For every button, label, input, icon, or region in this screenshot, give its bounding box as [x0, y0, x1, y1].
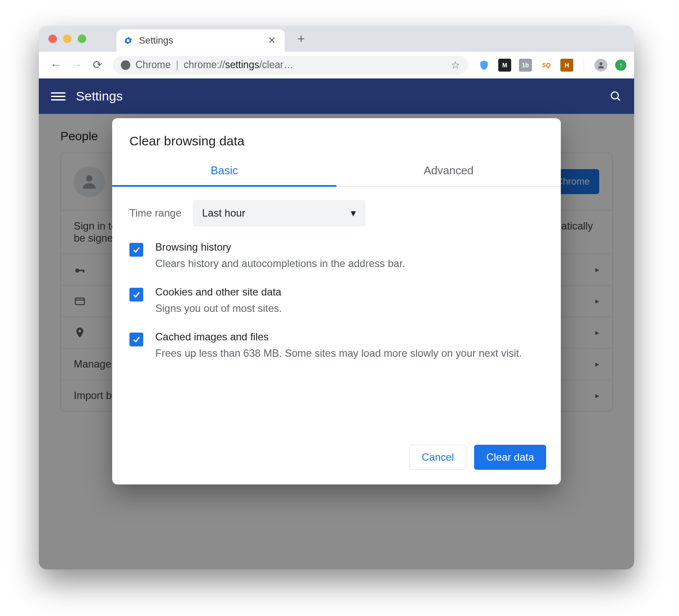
- checkbox-browsing-history[interactable]: [129, 243, 143, 257]
- svg-point-1: [611, 92, 618, 99]
- chevron-down-icon: ▾: [351, 207, 356, 219]
- back-button[interactable]: ←: [47, 58, 66, 72]
- reload-button[interactable]: ⟳: [88, 58, 107, 72]
- update-available-icon[interactable]: ↑: [615, 60, 626, 71]
- minimize-window-button[interactable]: [63, 35, 72, 43]
- option-desc: Signs you out of most sites.: [155, 301, 282, 316]
- tab-title: Settings: [139, 35, 173, 46]
- svg-line-2: [617, 98, 620, 101]
- cancel-button[interactable]: Cancel: [409, 445, 467, 470]
- extensions-row: M 1b SQ H ↑: [474, 59, 626, 72]
- clear-browsing-data-dialog: Clear browsing data Basic Advanced Time …: [112, 118, 561, 484]
- svg-point-0: [600, 62, 603, 65]
- checkbox-cookies[interactable]: [129, 288, 143, 302]
- tab-advanced[interactable]: Advanced: [336, 156, 561, 186]
- new-tab-button[interactable]: +: [292, 31, 310, 46]
- gear-icon: [123, 36, 133, 45]
- clear-data-button[interactable]: Clear data: [474, 445, 546, 470]
- option-browsing-history[interactable]: Browsing history Clears history and auto…: [129, 241, 544, 271]
- browser-window: Settings ✕ + ← → ⟳ Chrome | chrome://set…: [39, 26, 634, 569]
- settings-title: Settings: [76, 89, 123, 104]
- option-cookies[interactable]: Cookies and other site data Signs you ou…: [129, 286, 544, 316]
- dialog-title: Clear browsing data: [112, 118, 561, 156]
- forward-button[interactable]: →: [67, 58, 86, 72]
- option-desc: Frees up less than 638 MB. Some sites ma…: [155, 346, 522, 361]
- profile-avatar-button[interactable]: [594, 59, 607, 72]
- option-title: Cookies and other site data: [155, 286, 282, 298]
- time-range-select[interactable]: Last hour ▾: [193, 200, 365, 226]
- extension-h-icon[interactable]: H: [560, 59, 573, 72]
- url-display: chrome://settings/clear…: [184, 59, 293, 71]
- close-tab-button[interactable]: ✕: [266, 35, 278, 46]
- option-title: Browsing history: [155, 241, 405, 253]
- option-title: Cached images and files: [155, 331, 522, 343]
- bookmark-star-icon[interactable]: ☆: [451, 59, 460, 71]
- zoom-window-button[interactable]: [78, 35, 86, 43]
- time-range-label: Time range: [129, 207, 182, 219]
- extension-m-icon[interactable]: M: [498, 59, 511, 72]
- menu-button[interactable]: [51, 90, 66, 103]
- tab-strip: Settings ✕ +: [39, 26, 634, 52]
- site-identity-icon: [121, 60, 130, 70]
- window-controls: [48, 35, 86, 43]
- close-window-button[interactable]: [48, 35, 57, 43]
- option-cached[interactable]: Cached images and files Frees up less th…: [129, 331, 544, 361]
- address-bar[interactable]: Chrome | chrome://settings/clear… ☆: [113, 56, 468, 75]
- extension-1b-icon[interactable]: 1b: [519, 59, 532, 72]
- settings-header: Settings: [39, 79, 634, 114]
- dialog-body: Time range Last hour ▾ Browsing history …: [112, 187, 561, 380]
- tab-basic[interactable]: Basic: [112, 156, 336, 187]
- search-icon[interactable]: [609, 90, 622, 103]
- checkbox-cached[interactable]: [129, 333, 143, 346]
- option-desc: Clears history and autocompletions in th…: [155, 256, 405, 271]
- product-label: Chrome: [135, 59, 171, 71]
- extension-shield-icon[interactable]: [478, 59, 490, 72]
- browser-tab[interactable]: Settings ✕: [116, 29, 285, 52]
- dialog-tabs: Basic Advanced: [112, 156, 561, 187]
- time-range-value: Last hour: [202, 207, 245, 219]
- extension-sq-icon[interactable]: SQ: [540, 59, 553, 72]
- dialog-actions: Cancel Clear data: [112, 380, 561, 474]
- browser-toolbar: ← → ⟳ Chrome | chrome://settings/clear… …: [39, 52, 634, 79]
- settings-content: People Sign in to Chrome Sign in to get …: [39, 114, 634, 569]
